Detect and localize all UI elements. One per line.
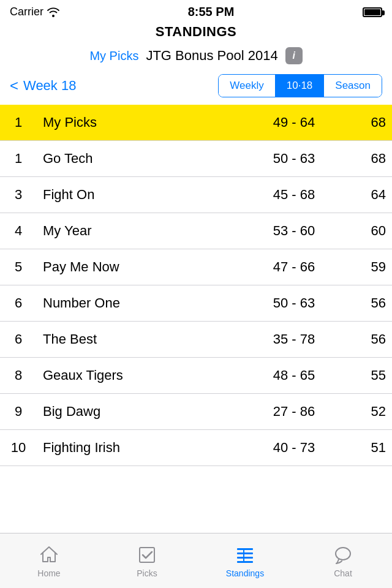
tab-picks-label: Picks <box>137 568 157 578</box>
pts-cell: 64 <box>343 177 392 213</box>
standings-table: 1 My Picks 49 - 64 68 1 Go Tech 50 - 63 … <box>0 105 392 466</box>
pts-cell: 60 <box>343 213 392 249</box>
tab-standings[interactable]: Standings <box>196 544 294 578</box>
name-cell: The Best <box>37 322 245 358</box>
record-cell: 47 - 66 <box>245 249 343 285</box>
tab-picks[interactable]: Picks <box>98 544 196 578</box>
pts-cell: 68 <box>343 105 392 141</box>
table-row: 6 Number One 50 - 63 56 <box>0 285 392 322</box>
table-row: 6 The Best 35 - 78 56 <box>0 322 392 358</box>
picks-icon <box>136 544 158 566</box>
period-segmented-control: Weekly 10·18 Season <box>218 74 382 97</box>
rank-cell: 5 <box>0 249 37 285</box>
name-cell: My Picks <box>37 105 245 141</box>
table-row: 3 Fight On 45 - 68 64 <box>0 177 392 213</box>
pts-cell: 56 <box>343 285 392 322</box>
rank-cell: 3 <box>0 177 37 213</box>
table-row: 1 Go Tech 50 - 63 68 <box>0 141 392 177</box>
name-cell: Pay Me Now <box>37 249 245 285</box>
record-cell: 50 - 63 <box>245 141 343 177</box>
pool-title: JTG Bonus Pool 2014 <box>146 48 277 64</box>
status-bar: Carrier 8:55 PM <box>0 0 392 21</box>
rank-cell: 4 <box>0 213 37 249</box>
week-label: Week 18 <box>23 78 76 94</box>
back-chevron[interactable]: < <box>10 77 18 94</box>
record-cell: 48 - 65 <box>245 358 343 394</box>
rank-cell: 8 <box>0 358 37 394</box>
rank-cell: 1 <box>0 105 37 141</box>
standings-icon <box>234 544 256 566</box>
name-cell: Fighting Irish <box>37 430 245 466</box>
pts-cell: 52 <box>343 394 392 430</box>
seg-range[interactable]: 10·18 <box>275 75 324 97</box>
table-row: 8 Geaux Tigers 48 - 65 55 <box>0 358 392 394</box>
table-row: 4 My Year 53 - 60 60 <box>0 213 392 249</box>
name-cell: Go Tech <box>37 141 245 177</box>
svg-rect-2 <box>237 552 253 554</box>
pts-cell: 68 <box>343 141 392 177</box>
pts-cell: 56 <box>343 322 392 358</box>
name-cell: Geaux Tigers <box>37 358 245 394</box>
tab-standings-label: Standings <box>226 568 264 578</box>
svg-rect-4 <box>237 561 253 563</box>
record-cell: 45 - 68 <box>245 177 343 213</box>
my-picks-button[interactable]: My Picks <box>89 49 138 63</box>
record-cell: 40 - 73 <box>245 430 343 466</box>
svg-rect-5 <box>243 548 244 563</box>
carrier-label: Carrier <box>10 6 43 18</box>
tab-bar: Home Picks Standings <box>0 533 392 588</box>
nav-row: < Week 18 Weekly 10·18 Season <box>0 70 392 105</box>
pts-cell: 55 <box>343 358 392 394</box>
rank-cell: 1 <box>0 141 37 177</box>
rank-cell: 6 <box>0 322 37 358</box>
rank-cell: 6 <box>0 285 37 322</box>
rank-cell: 9 <box>0 394 37 430</box>
name-cell: Fight On <box>37 177 245 213</box>
pts-cell: 59 <box>343 249 392 285</box>
seg-season[interactable]: Season <box>323 75 382 97</box>
svg-rect-3 <box>237 557 253 559</box>
wifi-icon <box>47 7 59 17</box>
tab-home-label: Home <box>37 568 60 578</box>
seg-weekly[interactable]: Weekly <box>219 75 274 97</box>
name-cell: My Year <box>37 213 245 249</box>
battery-icon <box>363 7 382 17</box>
table-row: 1 My Picks 49 - 64 68 <box>0 105 392 141</box>
record-cell: 49 - 64 <box>245 105 343 141</box>
name-cell: Big Dawg <box>37 394 245 430</box>
pts-cell: 51 <box>343 430 392 466</box>
tab-chat-label: Chat <box>334 568 352 578</box>
record-cell: 27 - 86 <box>245 394 343 430</box>
name-cell: Number One <box>37 285 245 322</box>
record-cell: 35 - 78 <box>245 322 343 358</box>
tab-home[interactable]: Home <box>0 544 98 578</box>
chat-icon <box>332 544 354 566</box>
status-time: 8:55 PM <box>188 5 235 19</box>
svg-point-6 <box>336 548 350 560</box>
home-icon <box>38 544 60 566</box>
svg-rect-1 <box>237 548 253 550</box>
table-row: 9 Big Dawg 27 - 86 52 <box>0 394 392 430</box>
info-button[interactable]: i <box>285 47 303 64</box>
record-cell: 53 - 60 <box>245 213 343 249</box>
table-row: 10 Fighting Irish 40 - 73 51 <box>0 430 392 466</box>
tab-chat[interactable]: Chat <box>294 544 392 578</box>
title-row: My Picks JTG Bonus Pool 2014 i <box>0 45 392 70</box>
week-nav[interactable]: < Week 18 <box>10 77 76 94</box>
record-cell: 50 - 63 <box>245 285 343 322</box>
page-title: STANDINGS <box>0 21 392 45</box>
svg-rect-0 <box>140 548 154 562</box>
table-row: 5 Pay Me Now 47 - 66 59 <box>0 249 392 285</box>
rank-cell: 10 <box>0 430 37 466</box>
